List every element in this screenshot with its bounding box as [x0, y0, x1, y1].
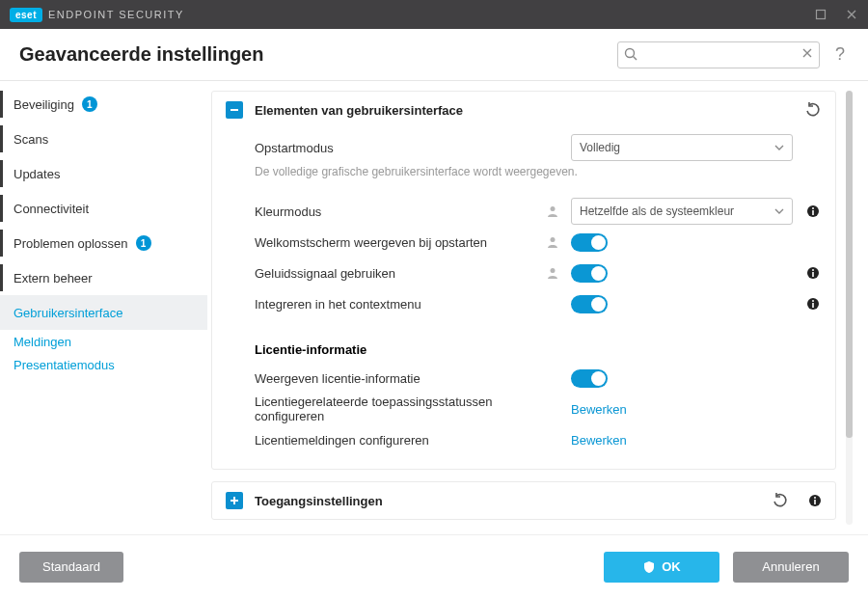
search-field[interactable] [617, 41, 820, 68]
plus-icon [229, 495, 240, 506]
undo-icon [772, 492, 789, 509]
license-statuses-label: Licentiegerelateerde toepassingsstatusse… [255, 394, 536, 423]
button-label: Annuleren [762, 559, 819, 574]
info-button[interactable] [806, 297, 822, 311]
page-title: Geavanceerde instellingen [19, 43, 606, 66]
header: Geavanceerde instellingen ? [0, 29, 868, 81]
context-toggle[interactable] [571, 295, 608, 313]
info-button[interactable] [806, 266, 822, 280]
chevron-down-icon [774, 206, 784, 216]
svg-point-19 [814, 497, 816, 499]
svg-point-14 [812, 300, 814, 302]
show-license-toggle[interactable] [571, 369, 608, 388]
sidebar-item-label: Gebruikersinterface [14, 306, 122, 320]
startup-mode-label: Opstartmodus [255, 141, 536, 155]
sound-toggle[interactable] [571, 264, 608, 283]
sidebar-item-connectiviteit[interactable]: Connectiviteit [0, 191, 207, 226]
sidebar-item-updates[interactable]: Updates [0, 156, 207, 191]
svg-point-11 [812, 269, 814, 271]
expand-button[interactable] [226, 492, 243, 509]
undo-button[interactable] [804, 101, 822, 119]
help-button[interactable]: ? [831, 44, 849, 65]
scrollbar[interactable] [846, 91, 853, 525]
content: Elementen van gebruikersinterface Opstar… [207, 81, 868, 534]
svg-rect-2 [231, 109, 238, 111]
color-mode-select[interactable]: Hetzelfde als de systeemkleur [571, 198, 793, 225]
person-icon [546, 204, 561, 218]
sidebar-item-label: Beveiliging [14, 97, 74, 112]
sidebar-item-label: Problemen oplossen [14, 236, 128, 251]
panel-title: Toegangsinstellingen [255, 494, 760, 508]
sidebar-sub-meldingen[interactable]: Meldingen [0, 330, 207, 353]
svg-rect-18 [814, 500, 816, 504]
sidebar-badge: 1 [82, 96, 97, 112]
license-notifications-label: Licentiemeldingen configureren [255, 433, 536, 448]
color-mode-label: Kleurmodus [255, 204, 536, 219]
panel-access-settings: Toegangsinstellingen [211, 481, 836, 520]
sidebar-item-label: Extern beheer [14, 271, 93, 285]
collapse-button[interactable] [226, 101, 243, 119]
license-statuses-edit-link[interactable]: Bewerken [571, 402, 627, 417]
cancel-button[interactable]: Annuleren [733, 552, 849, 583]
button-label: Standaard [42, 559, 100, 574]
sidebar-item-label: Presentatiemodus [14, 358, 115, 372]
startup-mode-select[interactable]: Volledig [571, 134, 793, 161]
select-value: Hetzelfde als de systeemkleur [580, 204, 734, 218]
shield-icon [642, 560, 656, 574]
sidebar-badge: 1 [136, 235, 151, 251]
info-icon [808, 494, 822, 507]
svg-rect-10 [812, 272, 814, 277]
info-button[interactable] [808, 494, 822, 507]
sidebar-item-extern-beheer[interactable]: Extern beheer [0, 260, 207, 295]
scrollbar-thumb[interactable] [846, 91, 853, 438]
select-value: Volledig [580, 141, 620, 154]
brand-text: ENDPOINT SECURITY [48, 9, 184, 20]
info-icon [806, 266, 820, 280]
close-icon [846, 9, 857, 20]
license-heading: Licentie-informatie [255, 342, 822, 357]
titlebar: eset ENDPOINT SECURITY [0, 0, 868, 29]
default-button[interactable]: Standaard [19, 552, 123, 583]
chevron-down-icon [774, 143, 784, 152]
button-label: OK [662, 559, 681, 574]
sidebar-item-scans[interactable]: Scans [0, 122, 207, 156]
sound-label: Geluidssignaal gebruiken [255, 266, 536, 281]
person-icon [546, 266, 561, 280]
sidebar-item-label: Meldingen [14, 335, 71, 349]
undo-button[interactable] [772, 492, 789, 509]
sidebar-item-problemen[interactable]: Problemen oplossen 1 [0, 226, 207, 260]
person-icon [546, 235, 561, 249]
info-button[interactable] [806, 204, 822, 218]
sidebar-item-beveiliging[interactable]: Beveiliging 1 [0, 87, 207, 122]
welcome-toggle[interactable] [571, 233, 608, 252]
panel-ui-elements: Elementen van gebruikersinterface Opstar… [211, 91, 836, 470]
info-icon [806, 204, 820, 218]
brand: eset ENDPOINT SECURITY [10, 8, 184, 22]
info-icon [806, 297, 820, 311]
search-clear-button[interactable] [800, 46, 814, 60]
svg-point-6 [812, 207, 814, 209]
show-license-label: Weergeven licentie-informatie [255, 371, 536, 386]
search-input[interactable] [617, 41, 820, 68]
svg-rect-13 [812, 303, 814, 308]
brand-badge: eset [10, 8, 42, 22]
square-icon [815, 9, 827, 20]
svg-rect-16 [231, 500, 238, 502]
window-maximize-button[interactable] [814, 8, 827, 21]
svg-rect-0 [817, 11, 826, 19]
window-close-button[interactable] [845, 8, 858, 21]
panel-title: Elementen van gebruikersinterface [255, 103, 793, 118]
ok-button[interactable]: OK [604, 552, 719, 583]
undo-icon [804, 101, 822, 119]
sidebar-item-label: Connectiviteit [14, 202, 89, 216]
license-notifications-edit-link[interactable]: Bewerken [571, 433, 627, 448]
sidebar: Beveiliging 1 Scans Updates Connectivite… [0, 81, 207, 534]
close-icon [800, 46, 814, 60]
sidebar-item-gebruikersinterface[interactable]: Gebruikersinterface [0, 295, 207, 330]
footer: Standaard OK Annuleren [0, 534, 868, 598]
svg-point-8 [551, 268, 556, 273]
svg-point-7 [551, 237, 556, 242]
sidebar-sub-presentatiemodus[interactable]: Presentatiemodus [0, 353, 207, 376]
search-icon [623, 46, 638, 62]
svg-point-3 [551, 206, 556, 211]
